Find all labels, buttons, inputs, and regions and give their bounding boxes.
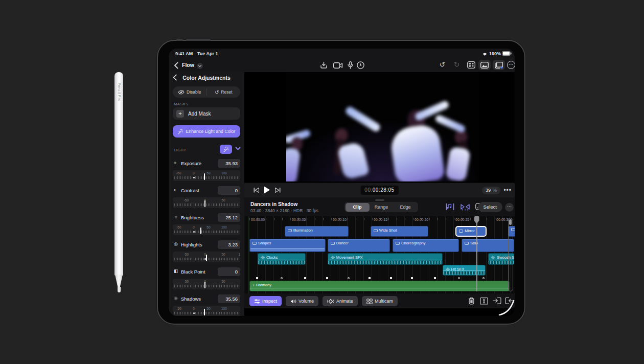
slider-value[interactable]: 25.12 (218, 213, 240, 222)
ruler-tick (233, 258, 233, 260)
slider-value[interactable]: 0 (218, 186, 240, 195)
playhead-handle[interactable] (474, 216, 479, 224)
wifi-icon (481, 51, 488, 56)
more-options-icon[interactable]: ⋯ (507, 61, 515, 69)
media-browser-icon[interactable] (478, 60, 491, 70)
ruler-tick (208, 203, 209, 206)
enhance-light-color-button[interactable]: Enhance Light and Color (173, 125, 240, 138)
timeline-more-icon[interactable]: ⋯ (505, 203, 514, 212)
slider-value[interactable]: 0 (218, 267, 240, 276)
microphone-icon[interactable] (348, 61, 353, 69)
project-title[interactable]: Flow (182, 62, 194, 68)
reset-button[interactable]: ↺ Reset (207, 86, 241, 98)
slider-ruler[interactable]: -50050100 (173, 306, 240, 316)
redo-icon[interactable]: ↻ (454, 61, 459, 69)
segment-clip[interactable]: Clip (346, 203, 370, 212)
timeline-ruler-tick (413, 218, 413, 220)
trim-mode-segmented-control: ClipRangeEdge (344, 202, 418, 212)
blade-icon[interactable] (480, 297, 488, 305)
clip-harmony[interactable]: ♪Harmony (249, 281, 510, 291)
clip-clocks[interactable]: Clocks (258, 253, 306, 265)
ruler-tick (215, 258, 215, 260)
timeline-scrollbar[interactable] (508, 218, 513, 291)
ruler-tick (236, 176, 236, 179)
viewer-more-icon[interactable]: ••• (503, 187, 512, 194)
ruler-tick (200, 312, 200, 314)
clip-mirror[interactable]: Mirror (455, 226, 487, 237)
ruler-tick (187, 203, 188, 206)
ruler-tick (184, 203, 185, 206)
segment-edge[interactable]: Edge (394, 203, 418, 212)
scrollbar-thumb[interactable] (509, 219, 512, 225)
import-icon[interactable] (320, 61, 328, 69)
skip-to-end-icon[interactable] (275, 188, 281, 193)
ruler-tick (192, 203, 192, 206)
audio-lanes-icon[interactable] (446, 203, 454, 211)
playhead-line[interactable] (476, 216, 477, 291)
segment-range[interactable]: Range (370, 203, 394, 212)
clip-connection-icon[interactable] (460, 203, 470, 211)
play-button[interactable] (264, 186, 270, 194)
multicam-button[interactable]: Multicam (362, 296, 398, 306)
ruler-tick (213, 258, 214, 260)
viewer-zoom-control[interactable]: 39% (482, 187, 500, 194)
skip-to-start-icon[interactable] (254, 188, 259, 193)
slider-value[interactable]: 35.56 (218, 294, 240, 303)
slider-ruler[interactable]: -50050100 (173, 224, 240, 235)
slider-ruler[interactable]: -500501 (173, 252, 240, 262)
ruler-tick-label: 50 (206, 307, 210, 310)
clip-shapes[interactable]: Shapes (249, 239, 326, 252)
ruler-tick (205, 312, 205, 314)
clip-wide-shot[interactable]: Wide Shot (371, 226, 429, 237)
ruler-tick (229, 312, 229, 314)
clip-label: Wide Shot (374, 228, 397, 233)
ruler-tick (215, 312, 215, 314)
ruler-tick (190, 231, 191, 233)
clip-illumination[interactable]: Illumination (285, 226, 349, 237)
ruler-tick (234, 176, 235, 179)
add-mask-button[interactable]: + Add Mask (173, 107, 240, 120)
timecode-display[interactable]: 00:00:28:05 (360, 186, 398, 195)
ruler-tick (221, 231, 222, 233)
pencil-hover-icon[interactable] (357, 61, 364, 69)
title-dropdown-icon[interactable] (197, 63, 203, 69)
waveform-icon (261, 255, 265, 260)
delete-icon[interactable] (468, 297, 475, 305)
camera-icon[interactable] (333, 62, 343, 69)
animate-button[interactable]: Animate (323, 296, 358, 306)
clip-dancer[interactable]: Dancer (328, 239, 390, 252)
ruler-tick (212, 312, 212, 314)
disable-button[interactable]: Disable (173, 86, 206, 98)
slider-value[interactable]: 35.93 (218, 159, 240, 168)
light-auto-wand-button[interactable] (220, 145, 232, 154)
ruler-tick (179, 285, 179, 287)
ruler-tick (198, 312, 199, 314)
clip-solo[interactable]: Solo (462, 239, 514, 252)
ruler-tick (174, 231, 175, 233)
overlay-clips-icon[interactable] (493, 60, 505, 70)
plus-icon: + (176, 110, 184, 118)
timeline-drag-handle[interactable] (375, 199, 384, 201)
exposure-icon: ± (174, 160, 176, 165)
select-button[interactable]: Select (478, 202, 502, 212)
slider-ruler[interactable]: -50050 (173, 197, 240, 208)
volume-button[interactable]: Volume (286, 296, 318, 306)
adjustments-panel-icon[interactable] (467, 61, 475, 69)
inspect-button[interactable]: Inspect (249, 296, 282, 306)
back-chevron-icon[interactable] (174, 62, 178, 69)
slider-value[interactable]: 3.23 (218, 240, 240, 249)
clip-hit-sfx[interactable]: Hit SFX (443, 265, 486, 276)
ruler-tick-label: -50 (176, 307, 181, 310)
slider-ruler[interactable]: -50050100 (173, 170, 240, 181)
light-collapse-chevron-icon[interactable] (235, 147, 241, 151)
timeline[interactable]: 00:00:0000:00:0500:00:1000:00:1500:00:20… (244, 216, 515, 293)
ruler-tick (234, 231, 235, 233)
clip-choreography[interactable]: Choreography (393, 239, 459, 252)
clip-label: Illumination (288, 228, 313, 233)
pencil-label: Pencil Pro (118, 83, 121, 119)
undo-icon[interactable]: ↺ (440, 61, 445, 69)
slider-ruler[interactable]: -50050 (173, 279, 240, 289)
timecode-value: 00:28:05 (373, 187, 395, 193)
video-preview[interactable] (286, 73, 479, 181)
clip-movement-sfx[interactable]: Movement SFX (328, 253, 443, 265)
